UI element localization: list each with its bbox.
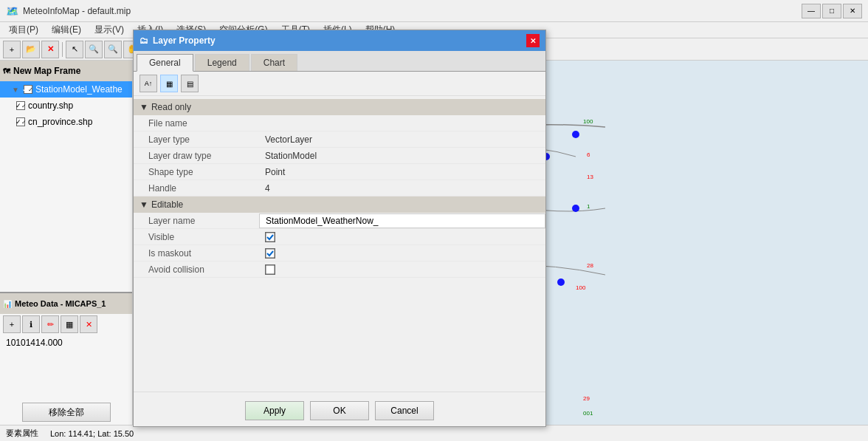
prop-label-collision: Avoid collision [134, 264, 259, 275]
prop-label-shapetype: Shape type [134, 167, 259, 177]
prop-row-shapetype: Shape type Point [134, 164, 545, 180]
svg-text:100: 100 [576, 284, 586, 291]
prop-label-drawtype: Layer draw type [134, 151, 259, 161]
cancel-button[interactable]: Cancel [375, 401, 434, 420]
layer-item-stationmodel[interactable]: ▼ ✓ StationModel_Weathe [0, 81, 132, 98]
zoom-in-button[interactable]: 🔍 [85, 41, 103, 58]
section-expand-icon: ▼ [140, 102, 148, 112]
svg-point-35 [557, 278, 565, 286]
prop-checkbox-collision[interactable] [265, 264, 275, 275]
svg-text:6: 6 [587, 151, 590, 158]
layer-checkbox-province[interactable]: ✓ [16, 117, 25, 126]
expand-icon: ▼ [12, 86, 19, 94]
prop-label-filename: File name [134, 118, 259, 129]
prop-input-layername[interactable] [259, 213, 545, 228]
prop-label-visible: Visible [134, 232, 259, 242]
data-panel-header: 📊 Meteo Data - MICAPS_1 [0, 293, 132, 314]
layer-label-province: cn_province.shp [28, 117, 92, 127]
data-panel: 📊 Meteo Data - MICAPS_1 + ℹ ✏ ▦ ✕ 101014… [0, 292, 132, 425]
dialog-icon: 🗂 [140, 35, 148, 46]
tab-chart[interactable]: Chart [251, 54, 297, 71]
data-panel-toolbar: + ℹ ✏ ▦ ✕ [0, 314, 132, 335]
menu-edit[interactable]: 编辑(E) [46, 22, 87, 38]
layer-item-province[interactable]: ✓ cn_province.shp [0, 114, 132, 130]
close-button[interactable]: ✕ [41, 41, 59, 58]
prop-row-drawtype: Layer draw type StationModel [134, 148, 545, 164]
svg-text:001: 001 [583, 410, 593, 417]
prop-value-handle: 4 [259, 183, 545, 194]
dialog-tabs: General Legend Chart [134, 51, 545, 72]
data-panel-label: Meteo Data - MICAPS_1 [15, 299, 106, 308]
zoom-out-button[interactable]: 🔍 [104, 41, 122, 58]
tab-legend[interactable]: Legend [195, 54, 249, 71]
svg-text:29: 29 [583, 395, 590, 402]
dialog-buttons: Apply OK Cancel [134, 392, 545, 426]
remove-all-button[interactable]: 移除全部 [22, 403, 111, 422]
left-panel: 🗺 New Map Frame ▼ ✓ StationModel_Weathe … [0, 61, 133, 425]
prop-label-layertype: Layer type [134, 134, 259, 145]
ok-button[interactable]: OK [310, 401, 369, 420]
map-icon: 🗺 [3, 67, 10, 75]
dialog-title: Layer Property [153, 35, 216, 46]
svg-point-14 [572, 131, 579, 138]
data-add-button[interactable]: + [3, 315, 21, 333]
title-bar-left: 🗺️ MeteoInfoMap - default.mip [6, 5, 131, 17]
layer-label-stationmodel: StationModel_Weathe [35, 84, 123, 95]
prop-value-shapetype: Point [259, 167, 545, 177]
layer-property-dialog: 🗂 Layer Property ✕ General Legend Chart … [133, 30, 546, 427]
new-button[interactable]: + [3, 41, 21, 58]
select-button[interactable]: ↖ [66, 41, 83, 58]
prop-row-layername: Layer name [134, 213, 545, 229]
layer-label-country: country.shp [28, 100, 73, 111]
prop-row-handle: Handle 4 [134, 180, 545, 196]
dialog-titlebar: 🗂 Layer Property ✕ [134, 30, 545, 51]
layer-checkbox-stationmodel[interactable]: ✓ [24, 85, 32, 94]
dialog-close-button[interactable]: ✕ [526, 34, 540, 47]
layer-panel: 🗺 New Map Frame ▼ ✓ StationModel_Weathe … [0, 61, 132, 292]
data-icon: 📊 [3, 300, 12, 308]
section-readonly-header: ▼ Read only [134, 99, 545, 115]
prop-label-handle: Handle [134, 183, 259, 194]
prop-row-layertype: Layer type VectorLayer [134, 131, 545, 148]
maximize-button[interactable]: □ [822, 4, 841, 18]
map-frame-header: 🗺 New Map Frame [0, 61, 132, 81]
svg-text:28: 28 [587, 262, 593, 269]
data-edit-button[interactable]: ✏ [41, 315, 59, 333]
apply-button[interactable]: Apply [245, 401, 304, 420]
status-left: 要素属性 [6, 428, 38, 439]
prop-row-visible: Visible [134, 229, 545, 245]
svg-text:13: 13 [587, 174, 593, 180]
section-editable-label: Editable [151, 199, 183, 210]
menu-display[interactable]: 显示(V) [89, 22, 130, 38]
close-window-button[interactable]: ✕ [843, 4, 862, 18]
app-title: MeteoInfoMap - default.mip [23, 6, 131, 16]
prop-row-collision: Avoid collision [134, 261, 545, 278]
status-bar: 要素属性 Lon: 114.41; Lat: 15.50 [0, 425, 868, 441]
prop-checkbox-maskout[interactable] [265, 248, 275, 259]
layer-item-country[interactable]: ✓ country.shp [0, 98, 132, 114]
prop-label-layername: Layer name [134, 216, 259, 226]
prop-row-filename: File name [134, 115, 545, 131]
data-value: 10101414.000 [0, 335, 132, 351]
prop-value-layertype: VectorLayer [259, 134, 545, 145]
data-table-button[interactable]: ▦ [61, 315, 78, 333]
prop-checkbox-visible[interactable] [265, 232, 275, 242]
section-editable-header: ▼ Editable [134, 196, 545, 213]
section-editable-expand-icon: ▼ [140, 199, 148, 210]
status-coords: Lon: 114.41; Lat: 15.50 [50, 429, 134, 438]
minimize-button[interactable]: — [802, 4, 821, 18]
list-view-button[interactable]: ▤ [181, 75, 199, 92]
sort-button[interactable]: A↑ [140, 75, 157, 92]
data-info-button[interactable]: ℹ [22, 315, 40, 333]
svg-text:1: 1 [587, 203, 590, 210]
section-readonly-label: Read only [151, 102, 191, 112]
title-bar: 🗺️ MeteoInfoMap - default.mip — □ ✕ [0, 0, 868, 22]
layer-checkbox-country[interactable]: ✓ [16, 101, 25, 110]
grid-view-button[interactable]: ▦ [160, 75, 178, 92]
data-close-button[interactable]: ✕ [80, 315, 97, 333]
tab-general[interactable]: General [137, 54, 193, 72]
prop-row-maskout: Is maskout [134, 245, 545, 261]
open-button[interactable]: 📂 [22, 41, 40, 58]
prop-label-maskout: Is maskout [134, 248, 259, 259]
menu-project[interactable]: 项目(P) [3, 22, 44, 38]
